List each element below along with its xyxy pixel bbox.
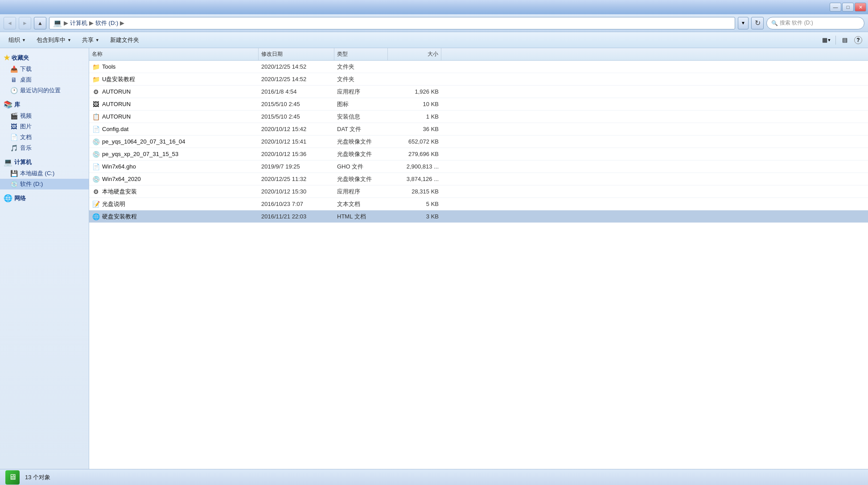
table-row[interactable]: 💿Win7x64_20202020/12/25 11:32光盘映像文件3,874… bbox=[89, 173, 868, 185]
network-icon: 🌐 bbox=[4, 194, 12, 202]
organize-label: 组织 bbox=[8, 36, 20, 44]
path-computer[interactable]: 计算机 bbox=[70, 19, 87, 27]
file-icon: 🖼 bbox=[92, 100, 100, 108]
path-drive[interactable]: 软件 (D:) bbox=[95, 19, 118, 27]
views-button[interactable]: ▦ ▼ bbox=[820, 34, 833, 46]
sidebar-item-desktop[interactable]: 🖥 桌面 bbox=[0, 74, 89, 85]
image-label: 图片 bbox=[20, 123, 32, 131]
file-icon: 💿 bbox=[92, 175, 100, 183]
new-folder-button[interactable]: 新建文件夹 bbox=[105, 34, 144, 46]
close-button[interactable]: ✕ bbox=[855, 3, 866, 12]
table-row[interactable]: 📋AUTORUN2015/5/10 2:45安装信息1 KB bbox=[89, 111, 868, 123]
table-row[interactable]: 💿pe_yqs_1064_20_07_31_16_042020/10/12 15… bbox=[89, 136, 868, 148]
file-cell-size: 1,926 KB bbox=[388, 88, 441, 95]
file-cell-name: 📄Win7x64.gho bbox=[89, 163, 259, 171]
table-row[interactable]: 💿pe_yqs_xp_20_07_31_15_532020/10/12 15:3… bbox=[89, 148, 868, 160]
file-cell-date: 2015/5/10 2:45 bbox=[259, 113, 334, 120]
maximize-button[interactable]: □ bbox=[842, 3, 854, 12]
include-lib-dropdown-icon: ▼ bbox=[67, 38, 71, 42]
back-button[interactable]: ◄ bbox=[4, 17, 16, 29]
sidebar-item-image[interactable]: 🖼 图片 bbox=[0, 121, 89, 132]
col-header-date[interactable]: 修改日期 bbox=[259, 48, 334, 60]
file-cell-type: 文件夹 bbox=[334, 63, 388, 71]
file-cell-type: DAT 文件 bbox=[334, 125, 388, 133]
drive-d-icon: 💿 bbox=[10, 180, 18, 188]
sidebar-item-video[interactable]: 🎬 视频 bbox=[0, 111, 89, 121]
address-path[interactable]: 💻 ▶ 计算机 ▶ 软件 (D:) ▶ bbox=[49, 17, 735, 29]
col-header-name[interactable]: 名称 bbox=[89, 48, 259, 60]
file-cell-name: 📁U盘安装教程 bbox=[89, 75, 259, 83]
organize-button[interactable]: 组织 ▼ bbox=[4, 34, 31, 46]
file-cell-size: 28,315 KB bbox=[388, 188, 441, 195]
sidebar-item-doc[interactable]: 📄 文档 bbox=[0, 132, 89, 143]
table-row[interactable]: 🌐硬盘安装教程2016/11/21 22:03HTML 文档3 KB bbox=[89, 210, 868, 223]
help-button[interactable]: ? bbox=[852, 34, 864, 46]
file-cell-type: 文件夹 bbox=[334, 75, 388, 83]
sidebar-item-drive-d[interactable]: 💿 软件 (D:) bbox=[0, 179, 89, 189]
table-row[interactable]: ⚙AUTORUN2016/1/8 4:54应用程序1,926 KB bbox=[89, 86, 868, 98]
forward-button[interactable]: ► bbox=[19, 17, 31, 29]
recent-label: 最近访问的位置 bbox=[20, 86, 61, 95]
file-name: 硬盘安装教程 bbox=[102, 213, 137, 221]
library-header[interactable]: 📚 库 bbox=[0, 99, 89, 111]
library-label: 库 bbox=[14, 101, 20, 109]
computer-header[interactable]: 💻 计算机 bbox=[0, 156, 89, 168]
file-icon: 📝 bbox=[92, 200, 100, 208]
doc-icon: 📄 bbox=[10, 133, 18, 141]
file-cell-date: 2020/10/12 15:42 bbox=[259, 126, 334, 132]
favorites-header[interactable]: ★ 收藏夹 bbox=[0, 52, 89, 64]
table-row[interactable]: 📄Win7x64.gho2019/9/7 19:25GHO 文件2,900,81… bbox=[89, 160, 868, 173]
network-section: 🌐 网络 bbox=[0, 192, 89, 204]
drive-d-label: 软件 (D:) bbox=[20, 180, 43, 188]
search-icon: 🔍 bbox=[771, 20, 778, 26]
file-name: U盘安装教程 bbox=[102, 75, 135, 83]
col-header-size[interactable]: 大小 bbox=[388, 48, 441, 60]
table-row[interactable]: 📁U盘安装教程2020/12/25 14:52文件夹 bbox=[89, 73, 868, 86]
file-name: pe_yqs_1064_20_07_31_16_04 bbox=[102, 138, 185, 145]
window-controls: — □ ✕ bbox=[830, 3, 866, 12]
file-cell-date: 2020/12/25 14:52 bbox=[259, 76, 334, 82]
address-dropdown[interactable]: ▼ bbox=[738, 17, 749, 29]
status-icon-glyph: 🖥 bbox=[8, 473, 16, 482]
music-icon: 🎵 bbox=[10, 144, 18, 152]
minimize-button[interactable]: — bbox=[830, 3, 841, 12]
table-row[interactable]: 📝光盘说明2016/10/23 7:07文本文档5 KB bbox=[89, 198, 868, 210]
search-box[interactable]: 🔍 搜索 软件 (D:) bbox=[766, 17, 864, 29]
sidebar-item-music[interactable]: 🎵 音乐 bbox=[0, 143, 89, 153]
star-icon: ★ bbox=[4, 53, 10, 62]
file-icon: ⚙ bbox=[92, 188, 100, 196]
sidebar-item-recent[interactable]: 🕐 最近访问的位置 bbox=[0, 85, 89, 96]
sidebar-item-drive-c[interactable]: 💾 本地磁盘 (C:) bbox=[0, 168, 89, 179]
file-cell-type: 应用程序 bbox=[334, 188, 388, 196]
refresh-icon: ↻ bbox=[755, 19, 761, 27]
file-icon: 📁 bbox=[92, 75, 100, 83]
table-row[interactable]: ⚙本地硬盘安装2020/10/12 15:30应用程序28,315 KB bbox=[89, 185, 868, 198]
preview-pane-button[interactable]: ▤ bbox=[839, 34, 851, 46]
share-button[interactable]: 共享 ▼ bbox=[77, 34, 104, 46]
computer-label: 计算机 bbox=[14, 158, 32, 166]
status-app-icon: 🖥 bbox=[5, 470, 20, 485]
address-bar: ◄ ► ▲ 💻 ▶ 计算机 ▶ 软件 (D:) ▶ ▼ ↻ 🔍 搜索 软件 (D… bbox=[0, 14, 868, 32]
refresh-button[interactable]: ↻ bbox=[751, 17, 764, 29]
file-cell-name: 🖼AUTORUN bbox=[89, 100, 259, 108]
table-row[interactable]: 🖼AUTORUN2015/5/10 2:45图标10 KB bbox=[89, 98, 868, 111]
table-row[interactable]: 📄Config.dat2020/10/12 15:42DAT 文件36 KB bbox=[89, 123, 868, 136]
preview-icon: ▤ bbox=[842, 37, 847, 43]
file-cell-name: 📁Tools bbox=[89, 63, 259, 71]
file-cell-date: 2019/9/7 19:25 bbox=[259, 163, 334, 170]
file-cell-name: ⚙本地硬盘安装 bbox=[89, 188, 259, 196]
col-header-type[interactable]: 类型 bbox=[334, 48, 388, 60]
toolbar: 组织 ▼ 包含到库中 ▼ 共享 ▼ 新建文件夹 ▦ ▼ ▤ ? bbox=[0, 32, 868, 48]
file-name: Win7x64.gho bbox=[102, 163, 136, 170]
table-row[interactable]: 📁Tools2020/12/25 14:52文件夹 bbox=[89, 61, 868, 73]
file-name: 光盘说明 bbox=[102, 200, 125, 208]
file-name: Tools bbox=[102, 63, 115, 70]
file-icon: 📄 bbox=[92, 163, 100, 171]
sidebar-item-download[interactable]: 📥 下载 bbox=[0, 64, 89, 74]
file-name: AUTORUN bbox=[102, 113, 131, 120]
network-header[interactable]: 🌐 网络 bbox=[0, 192, 89, 204]
include-lib-button[interactable]: 包含到库中 ▼ bbox=[32, 34, 76, 46]
video-label: 视频 bbox=[20, 112, 32, 120]
doc-label: 文档 bbox=[20, 133, 32, 141]
up-button[interactable]: ▲ bbox=[34, 17, 46, 29]
